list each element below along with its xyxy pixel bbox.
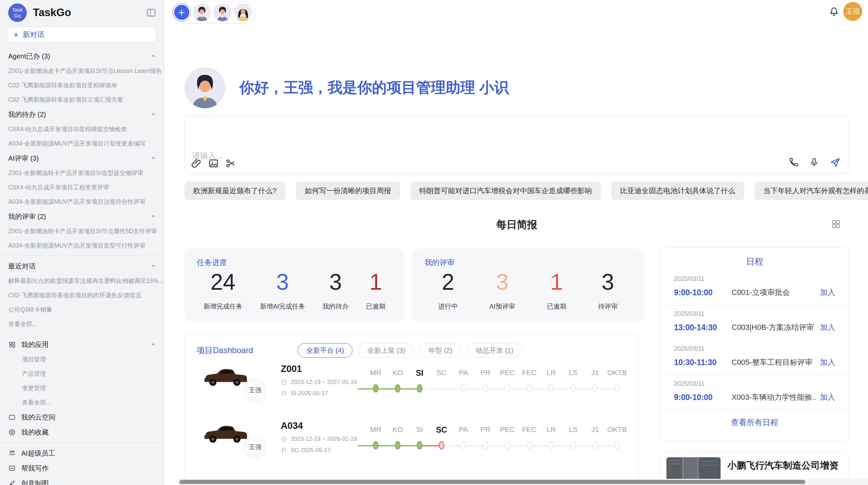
new-chat-button[interactable]: + 新对话 [8,27,156,42]
milestone-segment [529,388,551,389]
milestone-track: MRKOSISCPAPRPECFECLRLSJ1OKTB [358,417,636,471]
horizontal-scrollbar-thumb[interactable] [179,480,805,484]
sidebar-link-seal[interactable]: 我的收藏 [0,425,164,440]
sidebar-link-box[interactable]: 我的云空间 [0,410,164,425]
briefing-layout-icon[interactable] [831,219,841,229]
milestone-dot[interactable] [417,384,422,393]
sidebar-task-item[interactable]: C0X4-动力总成开发项目工程变更评审 [0,180,164,195]
milestone-dot[interactable] [592,384,598,393]
milestone-dot[interactable] [505,384,510,393]
view-all-schedule-link[interactable]: 查看所有日程 [660,417,849,428]
milestone-dot[interactable] [395,441,400,449]
agent-avatar-2[interactable] [214,3,231,21]
paperclip-icon[interactable] [191,158,202,169]
milestone-dot[interactable] [527,384,532,393]
suggestion-chip[interactable]: 特朗普可能对进口汽车增税会对中国车企造成哪些影响 [410,182,601,200]
suggestion-chip[interactable]: 比亚迪全固态电池计划具体说了什么 [611,182,744,200]
dashboard-tab[interactable]: 全新平台 (4) [298,343,352,358]
event-time: 9:00-10:00 [674,393,732,402]
milestone-dot[interactable] [483,441,488,449]
greeting-block: 你好，王强，我是你的项目管理助理 小识 [184,67,509,108]
agent-avatar-3[interactable] [234,3,252,21]
stat-label: AI预评审 [490,302,515,311]
dashboard-tab[interactable]: 全新上装 (3) [359,343,413,358]
dashboard-tab[interactable]: 动总开发 (1) [467,343,522,358]
sidebar-task-item[interactable]: C02-飞腾新能源轻客改款项目立项汇报方案 [0,92,164,107]
daily-briefing-title: 每日简报 [184,218,849,232]
project-flag-text: SC-2025-05-17 [291,447,330,454]
sidebar-task-item[interactable]: C02-飞腾新能源轻客改款项目里程碑画布 [0,78,164,92]
recent-chat-item[interactable]: 解释最新出台的欧盟报废车法规再生塑料比例被调至15%... [0,274,164,288]
app-item[interactable]: 产品管理 [0,366,164,381]
chevron-up-icon [150,155,156,161]
sidebar-task-item[interactable]: C0X4-动力总成开发项目SI里程碑提交物检查 [0,122,164,136]
sidebar-section-header-3[interactable]: 我的评审 (2) [0,209,164,224]
sidebar-task-item[interactable]: Z001-全新燃油轻卡产品开发项目SI造型提交物评审 [0,166,164,180]
milestone-dot[interactable] [614,384,620,393]
sidebar-tool-write[interactable]: 帮我写作 [0,461,164,476]
agent-avatar-1[interactable] [193,3,211,21]
milestone-dot[interactable] [614,441,620,449]
sidebar-task-item[interactable]: A034-全新新能源MUV产品开发项目法规符合性评审 [0,195,164,209]
project-info: A0342023-12-19 ~ 2026-01-19SC-2025-05-17 [281,421,357,454]
sidebar-task-item[interactable]: Z001-全新燃油皮卡产品开发项目SI节点Lesson Learn报告 [0,64,164,78]
event-join-link[interactable]: 加入 [820,357,835,368]
recent-chat-item[interactable]: C02-飞腾新能源轻客改款项目的闭环通告反馈情况 [0,288,164,302]
sidebar-task-item[interactable]: A034-全新新能源MUV产品开发项目计划变更表编写 [0,136,164,151]
milestone-dot[interactable] [592,441,598,449]
event-join-link[interactable]: 加入 [820,322,835,333]
milestone-dot[interactable] [417,441,422,449]
notification-bell-icon[interactable] [829,7,839,17]
image-upload-icon[interactable] [208,158,219,169]
microphone-icon[interactable] [809,157,820,168]
milestone-dot[interactable] [570,384,576,393]
sidebar-section-header-recent[interactable]: 最近对话 [0,259,164,274]
milestone-dot[interactable] [548,441,554,449]
project-code: A034 [281,421,357,431]
divider [0,256,164,256]
sidebar-tool-pen[interactable]: 创意制图 [0,476,164,485]
tool-label: 创意制图 [21,479,49,485]
app-item[interactable]: 项目管理 [0,352,164,366]
milestone-dot[interactable] [483,384,488,393]
milestone-dot[interactable] [373,384,378,393]
sidebar-tool-people[interactable]: AI超级员工 [0,446,164,461]
user-avatar[interactable]: 王强 [843,2,862,21]
sidebar-section-header-0[interactable]: Agent已办 (3) [0,49,164,64]
write-icon [8,464,16,472]
milestone-dot[interactable] [373,441,378,449]
milestone-dot[interactable] [439,441,444,449]
sidebar-section-header-2[interactable]: AI评审 (3) [0,151,164,166]
sidebar-section-header-1[interactable]: 我的待办 (2) [0,107,164,122]
milestone-dot[interactable] [548,384,554,393]
milestone-dot[interactable] [505,441,510,449]
sidebar-section-header-apps[interactable]: 我的应用 [0,337,164,352]
voice-call-icon[interactable] [788,157,799,168]
send-icon[interactable] [830,157,841,168]
new-chat-label: 新对话 [23,30,44,39]
recent-chat-item[interactable]: 公司Q3轻卡销量 [0,302,164,317]
milestone-dot[interactable] [461,441,466,449]
milestone-dot[interactable] [461,384,466,393]
milestone-dot[interactable] [527,441,532,449]
stat-value: 3 [276,270,289,294]
recent-view-all-link[interactable]: 查看全部... [0,317,164,331]
milestone-dot[interactable] [570,441,576,449]
app-item[interactable]: 变更管理 [0,381,164,395]
event-join-link[interactable]: 加入 [820,392,835,402]
event-join-link[interactable]: 加入 [820,287,835,298]
apps-view-all-link[interactable]: 查看全部... [0,395,164,410]
sidebar-task-item[interactable]: A034-全新新能源MUV产品开发项目造型可行性评审 [0,238,164,253]
add-session-button[interactable]: + [173,4,190,21]
sidebar-task-item[interactable]: Z001-全新燃油轻卡产品开发项目SI节点属性5D文件评审 [0,224,164,238]
schedule-event: 2025/03/119:00-10:00C001-立项审批会加入 [660,270,849,305]
project-car-image [201,364,250,390]
suggestion-chip[interactable]: 当下年轻人对汽车外观有怎样的喜好趋势 [755,182,868,200]
chat-input[interactable]: 请输入... [184,116,849,173]
milestone-dot[interactable] [395,384,400,393]
suggestion-chip[interactable]: 如何写一份清晰的项目周报 [296,182,400,200]
suggestion-chip[interactable]: 欧洲新规最近颁布了什么? [184,182,286,200]
dashboard-tab[interactable]: 年型 (2) [420,343,461,358]
scissors-icon[interactable] [225,158,236,169]
sidebar-collapse-icon[interactable] [146,8,156,18]
